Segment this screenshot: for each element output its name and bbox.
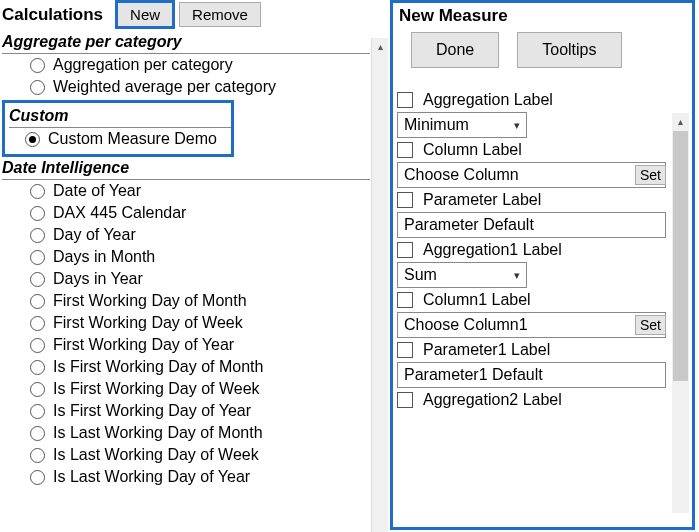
radio-icon[interactable] <box>30 184 45 199</box>
scrollbar-thumb[interactable] <box>673 131 688 381</box>
radio-icon[interactable] <box>30 80 45 95</box>
right-scrollbar[interactable]: ▴ <box>672 113 689 513</box>
left-scrollbar[interactable]: ▴ <box>371 38 388 532</box>
radio-label: Day of Year <box>53 226 136 244</box>
checkbox-label: Parameter1 Label <box>423 341 550 359</box>
radio-date-item[interactable]: Is First Working Day of Week <box>2 378 390 400</box>
radio-icon[interactable] <box>30 448 45 463</box>
radio-label: DAX 445 Calendar <box>53 204 186 222</box>
checkbox-label: Aggregation Label <box>423 91 553 109</box>
group-custom-label: Custom <box>9 105 231 128</box>
dropdown-value: Minimum <box>404 116 469 134</box>
radio-label: Custom Measure Demo <box>48 130 217 148</box>
radio-date-item[interactable]: Days in Month <box>2 246 390 268</box>
checkbox-icon[interactable] <box>397 342 413 358</box>
radio-label: Days in Month <box>53 248 155 266</box>
radio-label: Is Last Working Day of Year <box>53 468 250 486</box>
set-button[interactable]: Set <box>635 165 666 185</box>
choose-column1-field[interactable]: Choose Column1 Set <box>397 312 666 338</box>
scroll-up-icon[interactable]: ▴ <box>672 113 689 130</box>
new-measure-panel: New Measure Done Tooltips Aggregation La… <box>390 0 699 532</box>
new-button[interactable]: New <box>117 2 173 27</box>
radio-label: Days in Year <box>53 270 143 288</box>
aggregation1-dropdown[interactable]: Sum ▾ <box>397 262 527 288</box>
radio-custom-measure-demo[interactable]: Custom Measure Demo <box>9 128 231 150</box>
radio-icon[interactable] <box>30 206 45 221</box>
radio-date-item[interactable]: Day of Year <box>2 224 390 246</box>
radio-icon[interactable] <box>25 132 40 147</box>
radio-label: Is First Working Day of Year <box>53 402 251 420</box>
radio-icon[interactable] <box>30 426 45 441</box>
radio-icon[interactable] <box>30 294 45 309</box>
radio-label: Weighted average per category <box>53 78 276 96</box>
radio-date-item[interactable]: DAX 445 Calendar <box>2 202 390 224</box>
radio-date-item[interactable]: First Working Day of Year <box>2 334 390 356</box>
radio-icon[interactable] <box>30 360 45 375</box>
new-measure-title: New Measure <box>393 3 692 28</box>
parameter1-label-row[interactable]: Parameter1 Label <box>397 338 666 362</box>
checkbox-icon[interactable] <box>397 392 413 408</box>
field-value: Choose Column <box>404 166 519 184</box>
parameter-default-field[interactable]: Parameter Default <box>397 212 666 238</box>
new-measure-box: New Measure Done Tooltips Aggregation La… <box>390 0 695 530</box>
parameter-label-row[interactable]: Parameter Label <box>397 188 666 212</box>
radio-label: Date of Year <box>53 182 141 200</box>
chevron-down-icon: ▾ <box>514 269 520 282</box>
measure-buttons: Done Tooltips <box>393 28 692 80</box>
radio-date-item[interactable]: First Working Day of Week <box>2 312 390 334</box>
set-button[interactable]: Set <box>635 315 666 335</box>
radio-icon[interactable] <box>30 228 45 243</box>
radio-date-item[interactable]: Is First Working Day of Year <box>2 400 390 422</box>
parameter1-default-field[interactable]: Parameter1 Default <box>397 362 666 388</box>
radio-label: Is First Working Day of Week <box>53 380 260 398</box>
checkbox-label: Aggregation2 Label <box>423 391 562 409</box>
radio-icon[interactable] <box>30 250 45 265</box>
aggregation-dropdown[interactable]: Minimum ▾ <box>397 112 527 138</box>
radio-icon[interactable] <box>30 316 45 331</box>
chevron-down-icon: ▾ <box>514 119 520 132</box>
scroll-up-icon[interactable]: ▴ <box>372 38 388 55</box>
checkbox-icon[interactable] <box>397 142 413 158</box>
checkbox-label: Column Label <box>423 141 522 159</box>
radio-weighted-avg[interactable]: Weighted average per category <box>2 76 390 98</box>
radio-icon[interactable] <box>30 338 45 353</box>
remove-button[interactable]: Remove <box>179 2 261 27</box>
radio-label: Is Last Working Day of Month <box>53 424 263 442</box>
tooltips-button[interactable]: Tooltips <box>517 32 621 68</box>
checkbox-icon[interactable] <box>397 292 413 308</box>
radio-icon[interactable] <box>30 272 45 287</box>
checkbox-label: Parameter Label <box>423 191 541 209</box>
date-intelligence-list: Date of YearDAX 445 CalendarDay of YearD… <box>2 180 390 488</box>
radio-date-item[interactable]: First Working Day of Month <box>2 290 390 312</box>
radio-icon[interactable] <box>30 470 45 485</box>
column1-label-row[interactable]: Column1 Label <box>397 288 666 312</box>
done-button[interactable]: Done <box>411 32 499 68</box>
aggregation2-label-row[interactable]: Aggregation2 Label <box>397 388 666 412</box>
checkbox-icon[interactable] <box>397 242 413 258</box>
radio-label: Is First Working Day of Month <box>53 358 263 376</box>
choose-column-field[interactable]: Choose Column Set <box>397 162 666 188</box>
radio-icon[interactable] <box>30 404 45 419</box>
calculations-title: Calculations <box>2 5 103 25</box>
radio-icon[interactable] <box>30 58 45 73</box>
measure-body: Aggregation Label Minimum ▾ Column Label… <box>393 80 692 412</box>
radio-label: Is Last Working Day of Week <box>53 446 259 464</box>
radio-date-item[interactable]: Days in Year <box>2 268 390 290</box>
radio-agg-per-category[interactable]: Aggregation per category <box>2 54 390 76</box>
column-label-row[interactable]: Column Label <box>397 138 666 162</box>
radio-date-item[interactable]: Is Last Working Day of Year <box>2 466 390 488</box>
radio-date-item[interactable]: Is Last Working Day of Month <box>2 422 390 444</box>
custom-group-highlight: Custom Custom Measure Demo <box>2 100 234 157</box>
aggregation-label-row[interactable]: Aggregation Label <box>397 88 666 112</box>
checkbox-icon[interactable] <box>397 92 413 108</box>
radio-label: First Working Day of Year <box>53 336 234 354</box>
radio-date-item[interactable]: Is First Working Day of Month <box>2 356 390 378</box>
group-date-label: Date Intelligence <box>2 157 370 180</box>
radio-icon[interactable] <box>30 382 45 397</box>
checkbox-icon[interactable] <box>397 192 413 208</box>
aggregation1-label-row[interactable]: Aggregation1 Label <box>397 238 666 262</box>
group-aggregate-label: Aggregate per category <box>2 31 370 54</box>
radio-date-item[interactable]: Is Last Working Day of Week <box>2 444 390 466</box>
calculations-header: Calculations New Remove <box>2 2 390 31</box>
radio-date-item[interactable]: Date of Year <box>2 180 390 202</box>
